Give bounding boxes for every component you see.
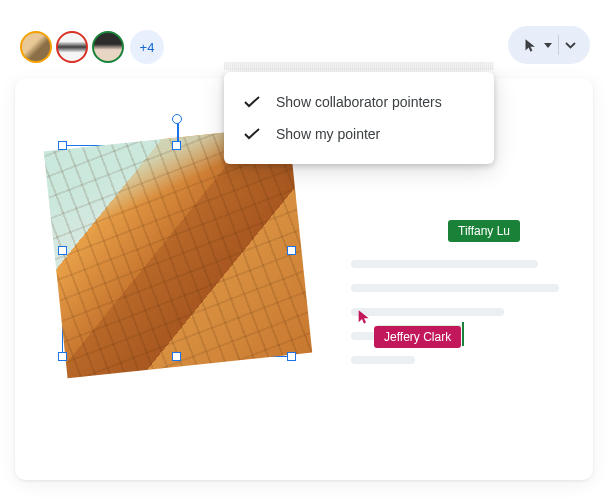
selected-image-frame[interactable] (62, 145, 292, 357)
text-line (351, 356, 415, 364)
resize-handle-bottom-middle[interactable] (172, 352, 181, 361)
collaborator-avatars: +4 (20, 30, 164, 64)
text-line (351, 284, 559, 292)
avatar[interactable] (20, 31, 52, 63)
menu-item-label: Show my pointer (276, 126, 380, 142)
avatar-overflow-count[interactable]: +4 (130, 30, 164, 64)
menu-item-label: Show collaborator pointers (276, 94, 442, 110)
collaborator-name-badge: Jeffery Clark (374, 326, 461, 348)
menu-item-show-collaborator-pointers[interactable]: Show collaborator pointers (224, 86, 494, 118)
collaborator-pointer (356, 308, 372, 330)
resize-handle-top-left[interactable] (58, 141, 67, 150)
rotate-handle[interactable] (172, 114, 182, 124)
collaborator-name-badge: Tiffany Lu (448, 220, 520, 242)
pointer-options-menu: Show collaborator pointers Show my point… (224, 72, 494, 164)
resize-handle-middle-left[interactable] (58, 246, 67, 255)
menu-item-show-my-pointer[interactable]: Show my pointer (224, 118, 494, 150)
check-icon (244, 96, 260, 108)
avatar[interactable] (92, 31, 124, 63)
pointer-cursor-icon (356, 308, 372, 326)
resize-handle-bottom-right[interactable] (287, 352, 296, 361)
collaborator-text-cursor (462, 322, 464, 346)
pointer-icon (523, 38, 538, 53)
divider (558, 35, 559, 55)
check-icon (244, 128, 260, 140)
resize-handle-middle-right[interactable] (287, 246, 296, 255)
menu-shadow (224, 62, 494, 70)
resize-handle-top-middle[interactable] (172, 141, 181, 150)
text-line (351, 308, 504, 316)
placeholder-text-block (351, 260, 563, 380)
resize-handle-bottom-left[interactable] (58, 352, 67, 361)
pointer-tool-dropdown[interactable] (508, 26, 590, 64)
text-line (351, 260, 538, 268)
chevron-down-icon (565, 42, 576, 49)
caret-down-icon (544, 43, 552, 48)
rotate-handle-stem (177, 122, 179, 142)
avatar[interactable] (56, 31, 88, 63)
